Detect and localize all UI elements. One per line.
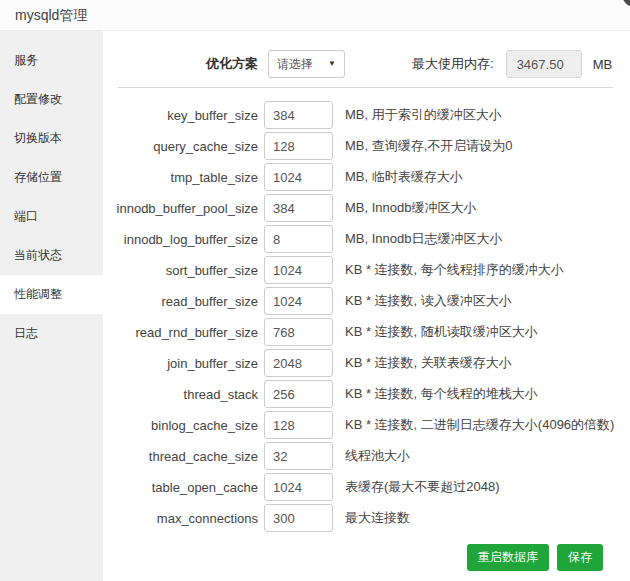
sidebar-item-label: 存储位置	[14, 170, 62, 184]
chevron-down-icon: ▼	[328, 60, 336, 68]
sidebar-item-port[interactable]: 端口	[0, 197, 103, 236]
field-label: tmp_table_size	[103, 170, 258, 185]
form-row: binlog_cache_size KB * 连接数, 二进制日志缓存大小(40…	[103, 411, 630, 439]
read_buffer_size-input[interactable]	[264, 287, 333, 315]
tmp_table_size-input[interactable]	[264, 163, 333, 191]
form-row: thread_stack KB * 连接数, 每个线程的堆栈大小	[103, 380, 630, 408]
field-hint: 线程池大小	[345, 447, 410, 465]
field-label: key_buffer_size	[103, 108, 258, 123]
divider	[118, 87, 613, 88]
field-hint: MB, Innodb缓冲区大小	[345, 199, 477, 217]
optimization-plan-select[interactable]: 请选择 ▼	[268, 50, 345, 78]
save-button[interactable]: 保存	[557, 544, 603, 571]
field-hint: KB * 连接数, 随机读取缓冲区大小	[345, 323, 538, 341]
innodb_buffer_pool_size-input[interactable]	[264, 194, 333, 222]
window-titlebar: mysqld管理	[0, 0, 630, 31]
sidebar-item-label: 性能调整	[14, 287, 62, 301]
sidebar-item-service[interactable]: 服务	[0, 41, 103, 80]
form-row: tmp_table_size MB, 临时表缓存大小	[103, 163, 630, 191]
field-hint: MB, Innodb日志缓冲区大小	[345, 230, 503, 248]
sidebar-item-label: 日志	[14, 326, 38, 340]
form-row: table_open_cache 表缓存(最大不要超过2048)	[103, 473, 630, 501]
sidebar-item-switch-version[interactable]: 切换版本	[0, 119, 103, 158]
sidebar-item-label: 端口	[14, 209, 38, 223]
field-hint: 最大连接数	[345, 509, 410, 527]
field-hint: KB * 连接数, 二进制日志缓存大小(4096的倍数)	[345, 416, 614, 434]
key_buffer_size-input[interactable]	[264, 101, 333, 129]
field-label: read_buffer_size	[103, 294, 258, 309]
form-row: read_rnd_buffer_size KB * 连接数, 随机读取缓冲区大小	[103, 318, 630, 346]
field-hint: MB, 用于索引的缓冲区大小	[345, 106, 502, 124]
field-label: max_connections	[103, 511, 258, 526]
field-label: table_open_cache	[103, 480, 258, 495]
sidebar-item-label: 配置修改	[14, 92, 62, 106]
max_connections-input[interactable]	[264, 504, 333, 532]
field-label: binlog_cache_size	[103, 418, 258, 433]
field-hint: KB * 连接数, 关联表缓存大小	[345, 354, 512, 372]
table_open_cache-input[interactable]	[264, 473, 333, 501]
form-row: innodb_log_buffer_size MB, Innodb日志缓冲区大小	[103, 225, 630, 253]
innodb_log_buffer_size-input[interactable]	[264, 225, 333, 253]
field-hint: KB * 连接数, 每个线程排序的缓冲大小	[345, 261, 564, 279]
field-label: join_buffer_size	[103, 356, 258, 371]
form-row: innodb_buffer_pool_size MB, Innodb缓冲区大小	[103, 194, 630, 222]
form-row: join_buffer_size KB * 连接数, 关联表缓存大小	[103, 349, 630, 377]
settings-form: key_buffer_size MB, 用于索引的缓冲区大小 query_cac…	[103, 101, 630, 532]
restart-database-button[interactable]: 重启数据库	[467, 544, 549, 571]
max-memory-label: 最大使用内存:	[412, 55, 494, 73]
sidebar-item-logs[interactable]: 日志	[0, 314, 103, 353]
form-row: query_cache_size MB, 查询缓存,不开启请设为0	[103, 132, 630, 160]
sidebar-item-performance-tuning[interactable]: 性能调整	[0, 275, 103, 314]
field-label: sort_buffer_size	[103, 263, 258, 278]
optimization-plan-label: 优化方案	[103, 55, 258, 73]
sidebar-item-storage-location[interactable]: 存储位置	[0, 158, 103, 197]
binlog_cache_size-input[interactable]	[264, 411, 333, 439]
field-hint: KB * 连接数, 每个线程的堆栈大小	[345, 385, 538, 403]
field-hint: KB * 连接数, 读入缓冲区大小	[345, 292, 512, 310]
form-row: read_buffer_size KB * 连接数, 读入缓冲区大小	[103, 287, 630, 315]
sidebar-item-current-status[interactable]: 当前状态	[0, 236, 103, 275]
field-label: thread_stack	[103, 387, 258, 402]
field-label: query_cache_size	[103, 139, 258, 154]
footer-actions: 重启数据库 保存	[467, 544, 603, 571]
sidebar-list: 服务 配置修改 切换版本 存储位置 端口 当前状态 性能调整 日志	[0, 41, 103, 353]
query_cache_size-input[interactable]	[264, 132, 333, 160]
max-memory-unit: MB	[593, 57, 613, 72]
field-label: innodb_buffer_pool_size	[103, 201, 258, 216]
sidebar-item-label: 服务	[14, 53, 38, 67]
field-hint: MB, 临时表缓存大小	[345, 168, 463, 186]
thread_cache_size-input[interactable]	[264, 442, 333, 470]
form-row: max_connections 最大连接数	[103, 504, 630, 532]
form-row: sort_buffer_size KB * 连接数, 每个线程排序的缓冲大小	[103, 256, 630, 284]
sidebar-item-label: 当前状态	[14, 248, 62, 262]
sidebar: 服务 配置修改 切换版本 存储位置 端口 当前状态 性能调整 日志	[0, 31, 103, 581]
field-hint: MB, 查询缓存,不开启请设为0	[345, 137, 513, 155]
max-memory-input	[506, 50, 582, 78]
main-panel: 优化方案 请选择 ▼ 最大使用内存: MB key_buffer_size MB…	[103, 31, 630, 581]
sidebar-item-config-edit[interactable]: 配置修改	[0, 80, 103, 119]
sidebar-item-label: 切换版本	[14, 131, 62, 145]
page-title: mysqld管理	[0, 0, 630, 30]
thread_stack-input[interactable]	[264, 380, 333, 408]
sort_buffer_size-input[interactable]	[264, 256, 333, 284]
field-hint: 表缓存(最大不要超过2048)	[345, 478, 500, 496]
join_buffer_size-input[interactable]	[264, 349, 333, 377]
form-row: key_buffer_size MB, 用于索引的缓冲区大小	[103, 101, 630, 129]
toolbar: 优化方案 请选择 ▼ 最大使用内存: MB	[103, 50, 630, 78]
field-label: read_rnd_buffer_size	[103, 325, 258, 340]
form-row: thread_cache_size 线程池大小	[103, 442, 630, 470]
read_rnd_buffer_size-input[interactable]	[264, 318, 333, 346]
field-label: innodb_log_buffer_size	[103, 232, 258, 247]
field-label: thread_cache_size	[103, 449, 258, 464]
optimization-plan-selected-value: 请选择	[277, 56, 313, 73]
